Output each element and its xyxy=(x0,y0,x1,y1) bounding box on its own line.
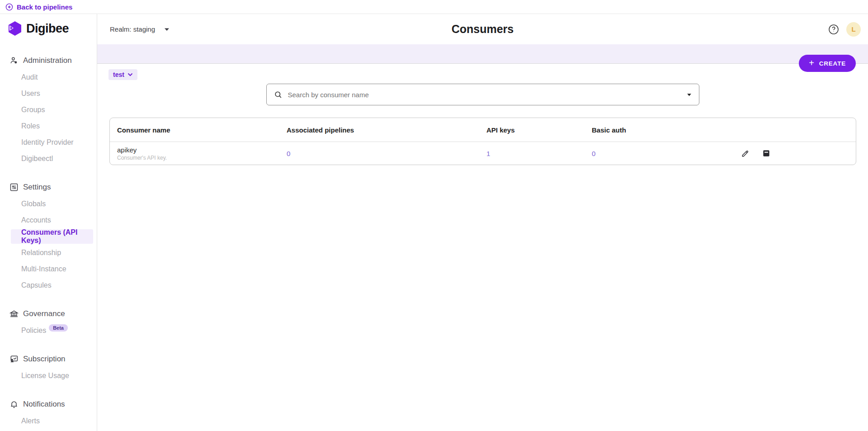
column-header-consumer-name: Consumer name xyxy=(110,126,279,134)
section-header-administration: Administration xyxy=(0,52,97,69)
column-header-associated-pipelines: Associated pipelines xyxy=(279,126,479,134)
sliders-box-icon xyxy=(9,183,19,192)
edit-icon[interactable] xyxy=(741,149,750,158)
consumer-name-cell: apikey Consumer's API key. xyxy=(110,146,279,161)
digibee-logo: Digibee xyxy=(0,17,97,40)
sidebar-item-identity-provider[interactable]: Identity Provider xyxy=(0,134,97,151)
consumer-name: apikey xyxy=(117,146,279,154)
user-admin-icon xyxy=(9,56,19,65)
sidebar-section-subscription: Subscription License Usage xyxy=(0,350,97,384)
page-title: Consumers xyxy=(97,23,868,36)
column-header-basic-auth: Basic auth xyxy=(585,126,720,134)
sidebar-section-settings: Settings Globals Accounts Consumers (API… xyxy=(0,179,97,294)
arrow-left-circle-icon xyxy=(5,3,13,11)
table-header-row: Consumer name Associated pipelines API k… xyxy=(110,118,856,142)
sidebar-item-audit[interactable]: Audit xyxy=(0,69,97,85)
search-bar xyxy=(266,84,699,105)
topbar: Back to pipelines xyxy=(0,0,868,14)
associated-pipelines-link[interactable]: 0 xyxy=(287,150,290,157)
digibee-hexagon-icon xyxy=(8,21,22,36)
archive-icon[interactable] xyxy=(762,149,771,158)
create-button[interactable]: + CREATE xyxy=(799,55,856,72)
section-header-governance: Governance xyxy=(0,305,97,322)
sidebar-item-policies[interactable]: Policies Beta xyxy=(0,322,97,339)
section-header-subscription: Subscription xyxy=(0,350,97,368)
sidebar: Digibee Administration Audit Users Group… xyxy=(0,14,97,431)
search-icon xyxy=(274,90,283,99)
bank-icon xyxy=(9,309,19,318)
sidebar-item-license-usage[interactable]: License Usage xyxy=(0,368,97,384)
avatar[interactable]: L xyxy=(846,22,861,37)
api-keys-link[interactable]: 1 xyxy=(486,150,490,157)
sidebar-item-accounts[interactable]: Accounts xyxy=(0,212,97,228)
main-header: Realm: staging Consumers L xyxy=(97,14,868,44)
row-actions xyxy=(720,149,856,158)
sidebar-item-roles[interactable]: Roles xyxy=(0,118,97,134)
sidebar-item-digibeectl[interactable]: Digibeectl xyxy=(0,151,97,167)
section-header-notifications: Notifications xyxy=(0,396,97,413)
toolbar-band: + CREATE xyxy=(97,44,868,64)
presentation-user-icon xyxy=(9,355,19,364)
column-header-api-keys: API keys xyxy=(479,126,585,134)
table-row: apikey Consumer's API key. 0 1 0 xyxy=(110,142,856,165)
sidebar-item-users[interactable]: Users xyxy=(0,85,97,102)
consumers-table: Consumer name Associated pipelines API k… xyxy=(109,118,856,165)
sidebar-item-groups[interactable]: Groups xyxy=(0,102,97,118)
section-header-settings: Settings xyxy=(0,179,97,196)
environment-chip[interactable]: test xyxy=(108,69,137,80)
search-input[interactable] xyxy=(288,91,681,99)
sidebar-item-alerts[interactable]: Alerts xyxy=(0,413,97,429)
sidebar-section-notifications: Notifications Alerts xyxy=(0,396,97,429)
sidebar-section-governance: Governance Policies Beta xyxy=(0,305,97,339)
back-to-pipelines-link[interactable]: Back to pipelines xyxy=(5,3,72,11)
bell-icon xyxy=(9,400,19,409)
sidebar-item-relationship[interactable]: Relationship xyxy=(0,245,97,261)
content-area: test Consumer name Associated pipelines xyxy=(97,64,868,431)
back-link-label: Back to pipelines xyxy=(17,3,72,11)
caret-down-icon[interactable] xyxy=(687,93,692,96)
sidebar-item-capsules[interactable]: Capsules xyxy=(0,277,97,294)
sidebar-section-administration: Administration Audit Users Groups Roles … xyxy=(0,52,97,167)
help-icon[interactable] xyxy=(828,24,839,35)
brand-wordmark: Digibee xyxy=(26,22,69,36)
sidebar-item-globals[interactable]: Globals xyxy=(0,196,97,212)
basic-auth-link[interactable]: 0 xyxy=(592,150,595,157)
consumer-description: Consumer's API key. xyxy=(117,155,279,161)
chevron-down-icon xyxy=(127,73,133,76)
beta-badge: Beta xyxy=(49,324,68,332)
sidebar-item-multi-instance[interactable]: Multi-Instance xyxy=(0,261,97,277)
sidebar-item-consumers-api-keys[interactable]: Consumers (API Keys) xyxy=(11,229,93,244)
plus-icon: + xyxy=(809,58,814,67)
